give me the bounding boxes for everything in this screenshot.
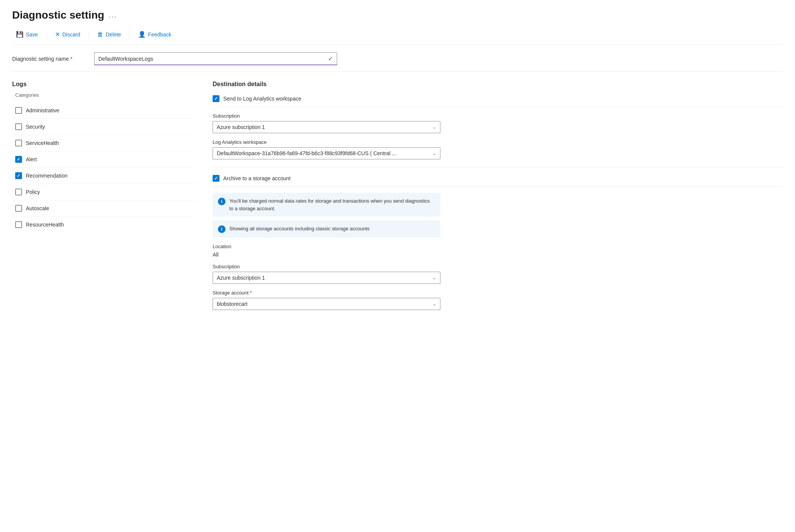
checkbox-resourcehealth[interactable] — [15, 221, 22, 228]
toolbar-divider-2 — [88, 31, 89, 38]
storage-subscription-value: Azure subscription 1 — [217, 275, 265, 281]
category-security-label: Security — [26, 124, 45, 130]
destination-title: Destination details — [213, 81, 783, 88]
storage-accounts-info-text: Showing all storage accounts including c… — [229, 225, 369, 233]
storage-account-select-label: Storage account * — [213, 290, 783, 296]
feedback-button[interactable]: 👤 Feedback — [134, 29, 175, 40]
valid-checkmark-icon: ✓ — [328, 55, 333, 62]
discard-button[interactable]: ✕ Discard — [51, 29, 84, 40]
section-separator — [213, 167, 783, 167]
subscription-label: Subscription — [213, 113, 783, 119]
workspace-value: DefaultWorkspace-31a76b98-fa69-47fd-b6c3… — [217, 150, 396, 156]
category-recommendation[interactable]: Recommendation — [12, 168, 194, 184]
storage-accounts-info-box: i Showing all storage accounts including… — [213, 220, 440, 238]
storage-subscription-field-group: Subscription Azure subscription 1 ⌄ — [213, 264, 783, 284]
checkbox-administrative[interactable] — [15, 107, 22, 114]
subscription-chevron-icon: ⌄ — [432, 124, 436, 130]
setting-name-label: Diagnostic setting name * — [12, 56, 88, 62]
storage-account-value: blobstorecart — [217, 301, 248, 307]
storage-charge-info-text: You'll be charged normal data rates for … — [229, 197, 435, 212]
main-content: Logs Categories Administrative Security … — [12, 81, 783, 316]
destination-section: Destination details Send to Log Analytic… — [213, 81, 783, 316]
category-autoscale[interactable]: Autoscale — [12, 200, 194, 217]
category-administrative-label: Administrative — [26, 107, 59, 113]
page-header: Diagnostic setting ... — [12, 9, 783, 21]
checkbox-security[interactable] — [15, 123, 22, 130]
category-recommendation-label: Recommendation — [26, 173, 68, 179]
discard-icon: ✕ — [55, 31, 60, 38]
save-icon: 💾 — [16, 31, 24, 38]
feedback-icon: 👤 — [138, 31, 146, 38]
checkbox-recommendation[interactable] — [15, 172, 22, 179]
storage-subscription-label: Subscription — [213, 264, 783, 269]
workspace-chevron-icon: ⌄ — [432, 151, 436, 156]
category-administrative[interactable]: Administrative — [12, 102, 194, 119]
toolbar-divider-3 — [129, 31, 130, 38]
log-analytics-label: Send to Log Analytics workspace — [223, 96, 301, 102]
storage-account-chevron-icon: ⌄ — [432, 301, 436, 307]
category-alert-label: Alert — [26, 156, 37, 162]
subscription-select[interactable]: Azure subscription 1 ⌄ — [213, 121, 440, 133]
info-icon-2: i — [218, 225, 226, 233]
workspace-select[interactable]: DefaultWorkspace-31a76b98-fa69-47fd-b6c3… — [213, 147, 440, 159]
location-label: Location — [213, 244, 783, 249]
delete-icon: 🗑 — [97, 31, 103, 38]
workspace-label: Log Analytics workspace — [213, 139, 783, 145]
storage-account-label: Archive to a storage account — [223, 175, 290, 181]
categories-label: Categories — [12, 92, 194, 98]
location-value: All — [213, 252, 783, 258]
delete-button[interactable]: 🗑 Delete — [93, 29, 125, 40]
category-security[interactable]: Security — [12, 119, 194, 135]
storage-account-option[interactable]: Archive to a storage account — [213, 175, 783, 187]
category-servicehealth[interactable]: ServiceHealth — [12, 135, 194, 151]
storage-charge-info-box: i You'll be charged normal data rates fo… — [213, 193, 440, 217]
category-resourcehealth[interactable]: ResourceHealth — [12, 217, 194, 233]
checkbox-log-analytics[interactable] — [213, 95, 219, 102]
ellipsis-menu[interactable]: ... — [109, 11, 117, 19]
category-policy-label: Policy — [26, 189, 40, 195]
save-button[interactable]: 💾 Save — [12, 29, 42, 40]
checkbox-servicehealth[interactable] — [15, 140, 22, 146]
checkbox-storage-account[interactable] — [213, 175, 219, 182]
storage-subscription-chevron-icon: ⌄ — [432, 275, 436, 280]
page-title: Diagnostic setting — [12, 9, 104, 21]
logs-section-title: Logs — [12, 81, 194, 88]
setting-name-value[interactable]: DefaultWorkspaceLogs — [98, 56, 153, 62]
checkbox-autoscale[interactable] — [15, 205, 22, 212]
checkbox-alert[interactable] — [15, 156, 22, 163]
logs-section: Logs Categories Administrative Security … — [12, 81, 194, 233]
category-autoscale-label: Autoscale — [26, 205, 49, 211]
storage-account-field-group: Storage account * blobstorecart ⌄ — [213, 290, 783, 310]
storage-account-select[interactable]: blobstorecart ⌄ — [213, 298, 440, 310]
subscription-field-group: Subscription Azure subscription 1 ⌄ — [213, 113, 783, 133]
subscription-value: Azure subscription 1 — [217, 124, 265, 130]
log-analytics-option[interactable]: Send to Log Analytics workspace — [213, 95, 783, 107]
category-servicehealth-label: ServiceHealth — [26, 140, 59, 146]
category-alert[interactable]: Alert — [12, 151, 194, 168]
category-policy[interactable]: Policy — [12, 184, 194, 200]
checkbox-policy[interactable] — [15, 189, 22, 195]
info-icon-1: i — [218, 198, 226, 205]
setting-name-row: Diagnostic setting name * DefaultWorkspa… — [12, 52, 783, 72]
storage-subscription-select[interactable]: Azure subscription 1 ⌄ — [213, 272, 440, 284]
category-resourcehealth-label: ResourceHealth — [26, 222, 64, 228]
toolbar: 💾 Save ✕ Discard 🗑 Delete 👤 Feedback — [12, 29, 783, 45]
workspace-field-group: Log Analytics workspace DefaultWorkspace… — [213, 139, 783, 159]
location-field-group: Location All — [213, 244, 783, 258]
toolbar-divider-1 — [46, 31, 47, 38]
setting-name-input-container: DefaultWorkspaceLogs ✓ — [94, 52, 337, 65]
